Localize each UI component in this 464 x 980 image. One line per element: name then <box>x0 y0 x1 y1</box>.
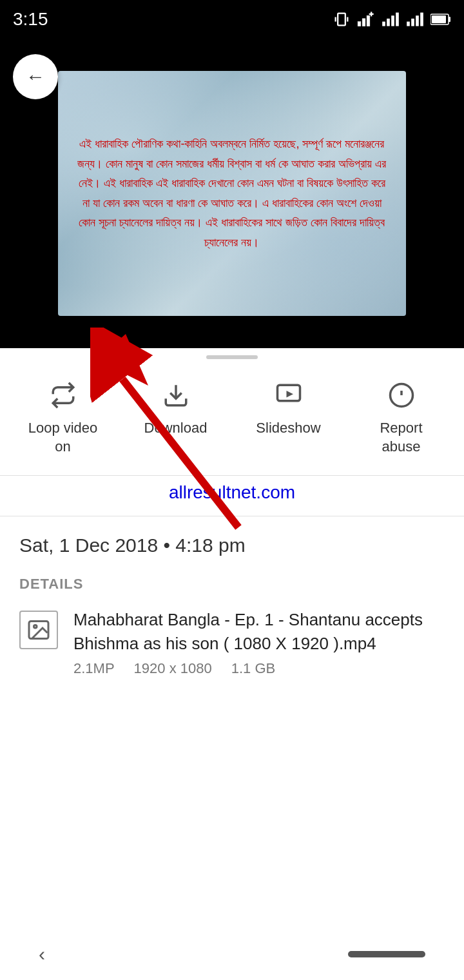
download-button[interactable]: Download <box>137 379 215 438</box>
status-time: 3:15 <box>13 9 48 30</box>
file-item: Mahabharat Bangla - Ep. 1 - Shantanu acc… <box>19 608 445 677</box>
website-url: allresultnet.com <box>0 476 464 516</box>
download-label: Download <box>144 419 208 438</box>
signal-plus-icon <box>357 10 375 28</box>
signal-full-icon-2 <box>406 10 424 28</box>
loop-video-button[interactable]: Loop videoon <box>24 379 102 456</box>
vibrate-icon <box>333 10 351 28</box>
bengali-disclaimer-text: এই ধারাবাহিক পৌরাণিক কথা-কাহিনি অবলম্বনে… <box>75 134 389 253</box>
actions-row: Loop videoon Download Slideshow <box>0 366 464 476</box>
datetime-text: Sat, 1 Dec 2018 • 4:18 pm <box>19 534 246 556</box>
pull-bar <box>206 355 258 359</box>
date-section: Sat, 1 Dec 2018 • 4:18 pm <box>0 516 464 563</box>
video-thumbnail: এই ধারাবাহিক পৌরাণিক কথা-কাহিনি অবলম্বনে… <box>58 71 406 316</box>
svg-rect-3 <box>358 22 361 26</box>
nav-home-indicator[interactable] <box>348 951 425 957</box>
svg-rect-15 <box>420 13 423 26</box>
svg-rect-14 <box>416 15 419 26</box>
pull-indicator <box>0 348 464 366</box>
svg-rect-13 <box>411 19 414 26</box>
svg-rect-4 <box>362 19 365 26</box>
svg-point-29 <box>34 625 37 629</box>
report-abuse-label: Reportabuse <box>380 419 422 456</box>
loop-video-label: Loop videoon <box>28 419 98 456</box>
slideshow-icon <box>273 379 305 411</box>
svg-rect-8 <box>382 22 385 26</box>
report-icon <box>385 379 418 411</box>
file-meta: 2.1MP 1920 x 1080 1.1 GB <box>73 660 445 677</box>
svg-rect-11 <box>396 13 399 26</box>
file-size: 1.1 GB <box>231 660 275 677</box>
loop-icon <box>47 379 79 411</box>
back-button[interactable]: ← <box>13 54 58 99</box>
back-arrow-icon: ← <box>26 67 45 86</box>
bottom-nav: ‹ <box>0 928 464 980</box>
slideshow-label: Slideshow <box>256 419 320 438</box>
file-thumbnail-icon <box>19 611 58 649</box>
file-dimensions: 1920 x 1080 <box>134 660 212 677</box>
details-label: DETAILS <box>19 576 445 593</box>
status-bar: 3:15 <box>0 0 464 39</box>
svg-rect-9 <box>387 19 390 26</box>
file-info: Mahabharat Bangla - Ep. 1 - Shantanu acc… <box>73 608 445 677</box>
nav-back-button[interactable]: ‹ <box>39 943 45 965</box>
download-icon <box>160 379 192 411</box>
video-container: ← এই ধারাবাহিক পৌরাণিক কথা-কাহিনি অবলম্ব… <box>0 39 464 348</box>
details-section: DETAILS Mahabharat Bangla - Ep. 1 - Shan… <box>0 563 464 690</box>
svg-rect-5 <box>367 15 370 26</box>
battery-icon <box>430 13 451 26</box>
report-abuse-button[interactable]: Reportabuse <box>363 379 440 456</box>
svg-rect-18 <box>449 17 450 22</box>
svg-rect-10 <box>391 15 394 26</box>
svg-marker-21 <box>286 391 293 398</box>
actions-area: Loop videoon Download Slideshow <box>0 366 464 476</box>
slideshow-button[interactable]: Slideshow <box>250 379 327 438</box>
file-name: Mahabharat Bangla - Ep. 1 - Shantanu acc… <box>73 608 445 655</box>
status-icons <box>333 10 451 28</box>
svg-rect-0 <box>338 14 345 26</box>
signal-full-icon <box>382 10 400 28</box>
svg-rect-17 <box>432 15 446 23</box>
file-megapixels: 2.1MP <box>73 660 115 677</box>
website-url-text: allresultnet.com <box>169 482 295 502</box>
svg-rect-12 <box>407 22 410 26</box>
